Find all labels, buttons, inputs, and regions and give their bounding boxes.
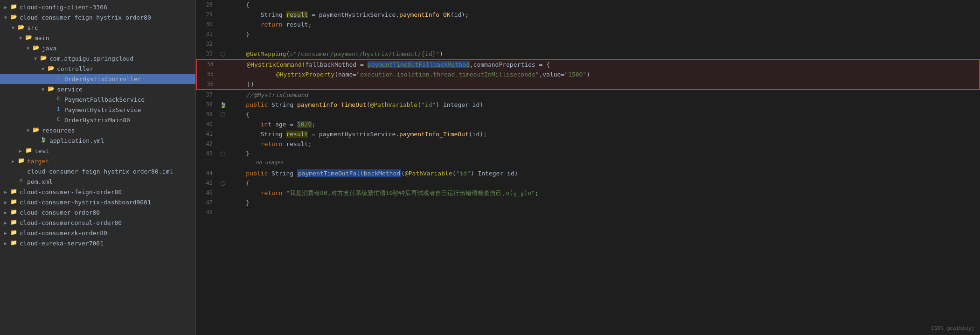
sidebar-item-label: target	[27, 158, 49, 165]
line-number: 46	[196, 188, 218, 198]
arrow-icon: ▶	[2, 230, 9, 236]
gutter	[218, 208, 228, 217]
code-line-45: 45 {	[196, 178, 980, 188]
code-editor: 28 { 29 String result = paymentHystrixSe…	[196, 0, 980, 335]
sidebar-item-cloud-consumerzk-order80[interactable]: ▶ 📁 cloud-consumerzk-order80	[0, 228, 195, 238]
sidebar-item-PaymentHystrixService[interactable]: I PaymentHystrixService	[0, 105, 195, 115]
sidebar-item-label: test	[35, 147, 49, 154]
sidebar-item-application-yml[interactable]: 🍃 application.yml	[0, 135, 195, 146]
sidebar-item-cloud-consumer-hystrix-dashboard9001[interactable]: ▶ 📁 cloud-consumer-hystrix-dashboard9001	[0, 197, 195, 207]
sidebar-item-PaymentFallbackService[interactable]: C PaymentFallbackService	[0, 94, 195, 105]
code-text: String result = paymentHystrixService.pa…	[228, 10, 980, 20]
sidebar-item-src[interactable]: ▼ 📂 src	[0, 22, 195, 33]
sidebar-item-label: OrderHystixController	[64, 76, 141, 83]
gutter	[218, 90, 228, 100]
sidebar-item-cloud-consumer-feign-order80[interactable]: ▶ 📁 cloud-consumer-feign-order80	[0, 187, 195, 197]
sidebar-item-label: controller	[57, 65, 93, 72]
line-number	[196, 159, 218, 168]
folder-open-icon: 📂	[39, 55, 48, 62]
folder-icon: 📁	[9, 3, 18, 11]
sidebar-item-label: cloud-consumerzk-order80	[20, 230, 107, 237]
sidebar-item-label: java	[42, 45, 56, 52]
sidebar-item-cloud-consumer-order80[interactable]: ▶ 📁 cloud-consumer-order80	[0, 207, 195, 217]
breakpoint-circle	[221, 52, 225, 56]
folder-open-icon: 📂	[24, 34, 33, 42]
sidebar-item-controller[interactable]: ▼ 📂 controller	[0, 63, 195, 74]
sidebar-item-cloud-consumerconsul-order80[interactable]: ▶ 📁 cloud-consumerconsul-order80	[0, 217, 195, 228]
code-line-30: 30 return result;	[196, 20, 980, 29]
sidebar-item-OrderHystrixMain80[interactable]: C OrderHystrixMain80	[0, 115, 195, 125]
code-line-34: 34 @HystrixCommand(fallbackMethod = paym…	[197, 60, 979, 70]
sidebar-item-label: main	[35, 35, 49, 42]
watermark: CSDN @caibixyj	[931, 325, 974, 331]
sidebar-item-java[interactable]: ▼ 📂 java	[0, 43, 195, 53]
code-line-29: 29 String result = paymentHystrixService…	[196, 10, 980, 20]
folder-icon: 📁	[9, 188, 18, 195]
code-text: }	[228, 29, 980, 39]
sidebar-item-label: cloud-eureka-server7001	[20, 240, 104, 247]
gutter: 🍃	[218, 100, 228, 110]
sidebar-item-label: cloud-consumer-feign-order80	[20, 188, 122, 195]
sidebar-item-pom-xml[interactable]: m pom.xml	[0, 176, 195, 187]
code-line-42: 42 return result;	[196, 139, 980, 149]
code-text: return result;	[228, 20, 980, 29]
folder-icon: 📁	[9, 198, 18, 206]
sidebar-item-target[interactable]: ▶ 📁 target	[0, 156, 195, 166]
line-number: 40	[196, 119, 218, 129]
gutter	[219, 79, 229, 89]
sidebar-item-iml[interactable]: _ cloud-consumer-feign-hystrix-order80.i…	[0, 166, 195, 176]
code-text: public String paymentTimeOutFallbackMeth…	[228, 168, 980, 178]
arrow-icon: ▼	[39, 87, 47, 92]
sidebar-item-OrderHystixController[interactable]: C OrderHystixController	[0, 74, 195, 84]
folder-icon: 📁	[9, 239, 18, 247]
sidebar-item-cloud-consumer-feign-hystrix-order80[interactable]: ▼ 📂 cloud-consumer-feign-hystrix-order80	[0, 12, 195, 22]
line-number: 28	[196, 0, 218, 10]
gutter	[218, 29, 228, 39]
folder-open-icon: 📂	[47, 85, 55, 93]
line-number: 37	[196, 90, 218, 100]
sidebar-item-label: pom.xml	[27, 178, 53, 185]
line-number: 33	[196, 49, 218, 59]
line-number: 32	[196, 39, 218, 49]
xml-icon: m	[17, 178, 25, 185]
sidebar-item-main[interactable]: ▼ 📂 main	[0, 33, 195, 43]
sidebar-item-cloud-config-3366[interactable]: ▶ 📁 cloud-config-client-3366	[0, 2, 195, 12]
sidebar-item-test[interactable]: ▶ 📁 test	[0, 146, 195, 156]
line-number: 31	[196, 29, 218, 39]
code-text	[228, 208, 980, 217]
code-line-35: 35 @HystrixProperty(name="execution.isol…	[197, 70, 979, 79]
gutter	[218, 198, 228, 208]
code-line-48: 48	[196, 208, 980, 217]
code-text: {	[228, 178, 980, 188]
file-tree: ▶ 📁 cloud-config-client-3366 ▼ 📂 cloud-c…	[0, 0, 196, 335]
sidebar-item-label: cloud-config-client-3366	[20, 4, 107, 11]
sidebar-item-resources[interactable]: ▼ 📂 resources	[0, 125, 195, 135]
sidebar-item-label: service	[57, 86, 83, 93]
sidebar-item-cloud-eureka-server7001[interactable]: ▶ 📁 cloud-eureka-server7001	[0, 238, 195, 248]
folder-icon: 📁	[24, 147, 33, 154]
no-usages-text: no usages	[228, 159, 284, 168]
code-text	[228, 39, 980, 49]
gutter	[218, 129, 228, 139]
java-interface-icon: I	[54, 106, 63, 113]
leaf-icon: 🍃	[220, 102, 227, 108]
gutter	[218, 139, 228, 149]
line-number: 47	[196, 198, 218, 208]
code-line-31: 31 }	[196, 29, 980, 39]
sidebar-item-label: cloud-consumerconsul-order80	[20, 219, 122, 226]
code-line-38: 38 🍃 public String paymentInfo_TimeOut(@…	[196, 100, 980, 110]
sidebar-item-label: cloud-consumer-order80	[20, 209, 100, 216]
code-line-32: 32	[196, 39, 980, 49]
gutter	[218, 49, 228, 59]
code-line-41: 41 String result = paymentHystrixService…	[196, 129, 980, 139]
code-text: return "我是消费者80,对方支付系统繁忙请10秒钟后再试或者自己运行出错…	[228, 188, 980, 198]
code-content-area: 28 { 29 String result = paymentHystrixSe…	[196, 0, 980, 217]
line-number: 45	[196, 178, 218, 188]
code-line-47: 47 }	[196, 198, 980, 208]
line-number: 29	[196, 10, 218, 20]
sidebar-item-service[interactable]: ▼ 📂 service	[0, 84, 195, 94]
code-line-37: 37 //@HystrixCommand	[196, 90, 980, 100]
arrow-icon: ▶	[2, 189, 9, 195]
code-text: @GetMapping(☉"/consumer/payment/hystrix/…	[228, 49, 980, 59]
sidebar-item-com-atguigu[interactable]: ▼ 📂 com.atguigu.springcloud	[0, 53, 195, 63]
